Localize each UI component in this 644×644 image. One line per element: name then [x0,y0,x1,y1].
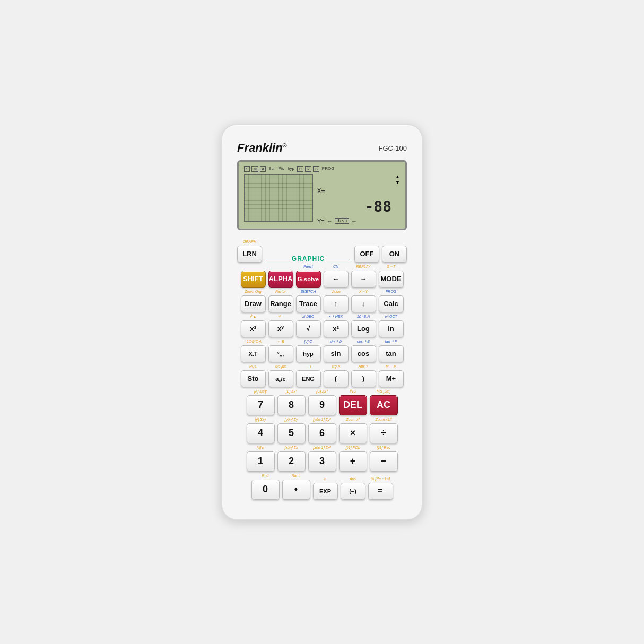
right-button[interactable]: → [351,271,376,288]
indicator-m: M [251,166,258,172]
mplus-button[interactable]: M+ [379,370,404,387]
row-shift: SHIFT ALPHA Funct G-solve Cls ← REPLAY →… [237,265,407,288]
mode-button[interactable]: MODE [379,271,404,288]
col-ac: Mcl [Scl] AC [370,389,398,415]
row-0: Rnd 0 Ran# • π EXP Ans (−) % [Re↔Im] = [237,474,407,500]
comma-button[interactable]: °,,, [268,345,293,362]
col-7: [A] Σx²y 7 [247,389,275,415]
tan-button[interactable]: tan [379,345,404,362]
draw-button[interactable]: Draw [241,295,266,312]
range-top-label: Factor [275,290,286,295]
key5-button[interactable]: 5 [277,423,306,443]
col-0: Rnd 0 [251,474,280,500]
col-minus: [ŷ1] Rec − [370,446,398,472]
draw-top-label: Zoom Org [245,290,262,295]
col-equals: % [Re↔Im] = [368,477,393,500]
gsolve-button[interactable]: G-solve [296,271,321,288]
hyp-button[interactable]: hyp [296,345,321,362]
log-button[interactable]: Log [351,320,376,337]
col-xcube: ∛ ▲ x³ [241,315,266,337]
key4-top-label: [ȳ] Σxy [255,417,266,423]
indicator-prog: PROG [321,166,336,172]
col-2: [xôn] Σx 2 [277,446,306,472]
rparen-button[interactable]: ) [351,370,376,387]
sto-button[interactable]: Sto [241,370,266,387]
down-button[interactable]: ↓ [351,295,376,312]
eng-button[interactable]: ENG [296,370,321,387]
calc-button[interactable]: Calc [379,295,404,312]
indicator-hyp: hyp [286,166,295,172]
ln-button[interactable]: ln [379,320,404,337]
key6-button[interactable]: 6 [308,423,336,443]
off-button[interactable]: OFF [354,246,379,263]
col-lrn: GRAPH LRN [237,240,262,263]
indicator-sci: Sci [267,166,275,172]
shift-button[interactable]: SHIFT [241,271,266,288]
indicator-fix: Fix [277,166,285,172]
col-log: 10ˣ BIN Log [351,315,376,337]
col-up: Value ↑ [324,290,349,312]
key3-button[interactable]: 3 [308,451,336,472]
equals-button[interactable]: = [368,483,393,500]
del-button[interactable]: DEL [339,395,367,415]
sto-top-label: RCL [249,364,257,370]
xt-button[interactable]: X.T [241,345,266,362]
abc-button[interactable]: a꜀/c [268,370,293,387]
plus-button[interactable]: + [339,451,367,472]
divide-button[interactable]: ÷ [370,423,398,443]
on-button[interactable]: ON [382,246,407,263]
range-button[interactable]: Range [268,295,293,312]
cos-button[interactable]: cos [351,345,376,362]
left-button[interactable]: ← [324,271,349,288]
col-shift: SHIFT [241,265,266,288]
minus-top-label: [ŷ1] Rec [377,446,390,451]
xcube-button[interactable]: x³ [241,320,266,337]
row-xt: ; LOGIC A X.T ← B °,,, [d] C hyp sin⁻¹ D… [237,340,407,362]
negate-button[interactable]: (−) [341,483,365,500]
key6-top-label: [yôn-1] Σy² [313,417,330,423]
col-exp: π EXP [313,477,338,500]
key0-button[interactable]: 0 [251,480,280,500]
trace-button[interactable]: Trace [296,295,321,312]
log-top-label: 10ˣ BIN [357,315,370,320]
key1-button[interactable]: 1 [247,451,275,472]
lparen-button[interactable]: ( [324,370,349,387]
key9-button[interactable]: 9 [308,395,336,415]
col-xsq: x⁻¹ HEX x² [324,315,349,337]
key2-button[interactable]: 2 [277,451,306,472]
calculator-body: Franklin® FGC-100 S M A Sci Fix hyp D R … [221,124,423,520]
col-dot: Ran# • [282,474,310,500]
ac-button[interactable]: AC [370,395,398,415]
col-hyp: [d] C hyp [296,340,321,362]
key7-button[interactable]: 7 [247,395,275,415]
up-button[interactable]: ↑ [324,295,349,312]
col-mode: G→T MODE [379,265,404,288]
xsq-button[interactable]: x² [324,320,349,337]
minus-button[interactable]: − [370,451,398,472]
col-mplus: M— M M+ [379,364,404,387]
sin-button[interactable]: sin [324,345,349,362]
exp-button[interactable]: EXP [313,483,338,500]
lrn-button[interactable]: LRN [237,246,262,263]
alpha-button[interactable]: ALPHA [268,271,293,288]
col-right: REPLAY → [351,265,376,288]
lparen-top-label: arg X [332,364,341,370]
multiply-button[interactable]: × [339,423,367,443]
xt-top-label: ; LOGIC A [245,340,262,345]
tan-top-label: tan⁻¹ F [385,340,397,345]
row-456: [ȳ] Σxy 4 [yôn] Σy 5 [yôn-1] Σy² 6 Zoom … [237,417,407,443]
key8-button[interactable]: 8 [277,395,306,415]
left-arrow-disp: ← [327,218,333,224]
cos-top-label: cos⁻¹ E [357,340,370,345]
col-6: [yôn-1] Σy² 6 [308,417,336,443]
dot-button[interactable]: • [282,480,310,500]
xcube-top-label: ∛ ▲ [250,315,257,320]
brand-name: Franklin® [237,141,287,155]
sqrt-button[interactable]: √ [296,320,321,337]
key4-button[interactable]: 4 [247,423,275,443]
key2-top-label: [xôn] Σx [285,446,298,451]
col-negate: Ans (−) [341,477,365,500]
right-arrow-disp: → [351,218,357,224]
xy-button[interactable]: xʸ [268,320,293,337]
col-9: [C] Σx⁴ 9 [308,389,336,415]
